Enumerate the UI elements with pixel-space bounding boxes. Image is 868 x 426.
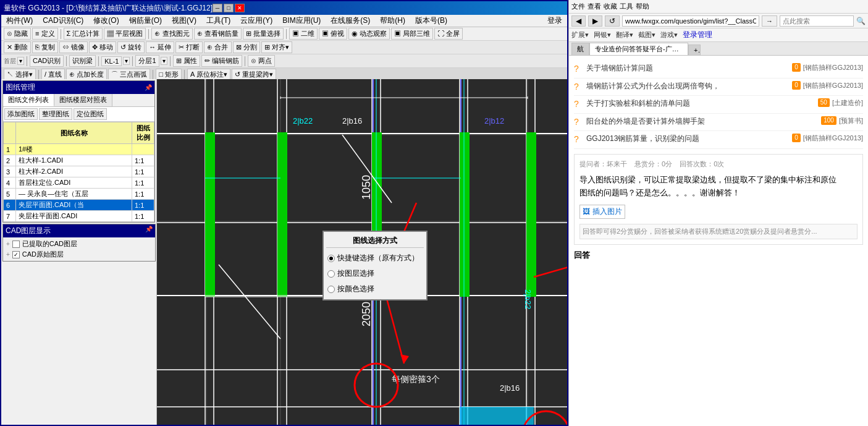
q-text-5[interactable]: GGJ2013钢筋算量，识别梁的问题 — [586, 134, 790, 144]
maximize-btn[interactable]: □ — [224, 4, 234, 12]
two-points-btn[interactable]: ⊙ 两点 — [248, 55, 275, 67]
drawing-tab-files[interactable]: 图纸文件列表 — [3, 94, 54, 106]
browser-menu-help[interactable]: 帮助 — [636, 2, 649, 11]
organize-drawing-btn[interactable]: 整理图纸 — [39, 108, 72, 120]
menu-bim[interactable]: BIM应用(U) — [280, 15, 323, 27]
radio-option-1[interactable]: 快捷键选择（原有方式） — [326, 250, 424, 266]
hide-btn[interactable]: ⊙ 隐藏 — [4, 28, 31, 40]
radio-label-3: 按颜色选择 — [337, 284, 374, 294]
align-btn[interactable]: ⊞ 对齐▾ — [261, 41, 292, 53]
q-text-3[interactable]: 关于打实验桩和斜桩的清单问题 — [586, 98, 815, 109]
back-btn[interactable]: ◀ — [571, 15, 586, 27]
table-row[interactable]: 6 夹层平面图.CADI（当 1:1 — [4, 200, 154, 211]
define-btn[interactable]: ≡ 定义 — [32, 28, 57, 40]
layer1-dropdown[interactable]: ▾ — [161, 57, 167, 65]
cad-id-btn[interactable]: CAD识别 — [30, 55, 64, 67]
drawing-panel-pin[interactable]: 📌 — [145, 84, 152, 91]
insert-image-btn[interactable]: 🖼 插入图片 — [579, 205, 625, 219]
table-row[interactable]: 7 夹层柱平面图.CADI 1:1 — [4, 211, 154, 222]
menu-help[interactable]: 帮助(H) — [377, 15, 408, 27]
add-drawing-btn[interactable]: 添加图纸 — [4, 108, 38, 120]
floor-dropdown[interactable]: ▾ — [17, 57, 24, 65]
kl1-dropdown[interactable]: ▾ — [123, 57, 130, 65]
view-rebar-btn[interactable]: ⊕ 查看钢筋量 — [194, 28, 242, 40]
radio-circle-3[interactable] — [327, 286, 335, 293]
bookmark-translate[interactable]: 翻译▾ — [616, 30, 633, 40]
layer-item-original[interactable]: + CAD原始图层 — [6, 249, 153, 260]
row-scale: 1:1 — [132, 200, 154, 211]
col-scale: 图纸比例 — [132, 122, 154, 144]
forward-btn[interactable]: ▶ — [588, 15, 602, 27]
close-btn[interactable]: ✕ — [235, 4, 245, 12]
menu-login[interactable]: 登录 — [545, 15, 565, 27]
menu-view[interactable]: 视图(V) — [169, 15, 199, 27]
view-2d-btn[interactable]: ▣ 二维 — [289, 28, 318, 40]
browser-menu-file[interactable]: 文件 — [571, 2, 585, 11]
refresh-btn[interactable]: ↺ — [605, 15, 620, 27]
extend-btn[interactable]: ↔ 延伸 — [146, 41, 174, 53]
property-btn[interactable]: ⊞ 属性 — [173, 55, 200, 67]
rotate-btn[interactable]: ↺ 旋转 — [117, 41, 145, 53]
browser-tab-main[interactable]: 专业造价问答答疑平台-广联达... — [589, 43, 688, 55]
fullscreen-btn[interactable]: ⛶ 全屏 — [434, 28, 463, 40]
menu-tool[interactable]: 工具(T) — [204, 15, 233, 27]
drawing-tab-floor[interactable]: 图纸楼层对照表 — [54, 94, 112, 106]
menu-version[interactable]: 版本号(B) — [413, 15, 450, 27]
local-3d-btn[interactable]: ▣ 局部三维 — [391, 28, 433, 40]
radio-option-3[interactable]: 按颜色选择 — [326, 281, 424, 297]
bookmark-game[interactable]: 游戏▾ — [660, 30, 678, 40]
table-row[interactable]: 4 首层柱定位.CADI 1:1 — [4, 177, 154, 189]
locate-drawing-btn[interactable]: 定位图纸 — [74, 108, 107, 120]
delete-btn[interactable]: ✕ 删除 — [4, 41, 31, 53]
cad-layer-pin[interactable]: 📌 — [145, 226, 153, 236]
browser-tab-nav[interactable]: 航 — [571, 43, 589, 55]
menu-rebar[interactable]: 钢筋量(O) — [127, 15, 164, 27]
table-row[interactable]: 1 1#楼 — [4, 144, 154, 155]
menu-cad-id[interactable]: CAD识别(C) — [40, 15, 86, 27]
menu-component[interactable]: 构件(W) — [4, 15, 35, 27]
table-row[interactable]: 2 柱大样-1.CADI 1:1 — [4, 155, 154, 166]
table-row[interactable]: 5 — 吴永良—住宅（五层 1:1 — [4, 189, 154, 200]
browser-menu-view[interactable]: 查看 — [588, 2, 601, 11]
layer1-btn[interactable]: 分层1 — [135, 55, 159, 67]
q-text-2[interactable]: 墙钢筋计算公式为什么会出现两倍弯钩， — [586, 81, 790, 92]
q-text-1[interactable]: 关于墙钢筋计算问题 — [586, 63, 790, 74]
kl1-btn[interactable]: KL-1 — [101, 56, 122, 66]
bookmark-netbank[interactable]: 网银▾ — [594, 30, 611, 40]
browser-tab-new[interactable]: + — [688, 45, 701, 55]
layer-item-extracted[interactable]: + 已提取的CAD图层 — [6, 239, 153, 249]
go-btn[interactable]: → — [762, 15, 777, 27]
layer-checkbox-extracted[interactable] — [12, 241, 20, 248]
login-link[interactable]: 登录管理 — [683, 30, 712, 40]
bookmark-expand[interactable]: 扩展▾ — [571, 30, 589, 40]
copy-btn[interactable]: ⎘ 复制 — [32, 41, 58, 53]
menu-cloud[interactable]: 云应用(Y) — [238, 15, 275, 27]
split-btn[interactable]: ⊠ 分割 — [233, 41, 260, 53]
cut-btn[interactable]: ✂ 打断 — [175, 41, 203, 53]
layer-checkbox-original[interactable] — [12, 251, 20, 258]
id-beam-btn[interactable]: 识别梁 — [69, 55, 96, 67]
menu-online[interactable]: 在线服务(S) — [328, 15, 373, 27]
radio-circle-2[interactable] — [327, 270, 335, 278]
edit-rebar-btn[interactable]: ✏ 编辑钢筋 — [201, 55, 242, 67]
view-top-btn[interactable]: ▣ 俯视 — [319, 28, 347, 40]
level-btn[interactable]: ▦ 平层视图 — [104, 28, 146, 40]
address-input[interactable] — [622, 15, 759, 27]
sum-btn[interactable]: Σ 汇总计算 — [64, 28, 103, 40]
table-row[interactable]: 3 柱大样-2.CADI 1:1 — [4, 166, 154, 177]
merge-btn[interactable]: ⊕ 合并 — [204, 41, 231, 53]
search-input[interactable] — [780, 15, 854, 27]
minimize-btn[interactable]: ─ — [213, 4, 222, 12]
batch-select-btn[interactable]: ⊞ 批量选择 — [243, 28, 284, 40]
mirror-btn[interactable]: ⇔ 镜像 — [59, 41, 88, 53]
q-text-4[interactable]: 阳台处的外墙是否要计算外墙脚手架 — [586, 116, 819, 127]
browser-menu-tool[interactable]: 工具 — [620, 2, 633, 11]
bookmark-screenshot[interactable]: 截图▾ — [638, 30, 655, 40]
find-drawing-btn[interactable]: ⊕ 查找图元 — [151, 28, 192, 40]
browser-menu-fav[interactable]: 收藏 — [604, 2, 617, 11]
radio-circle-1[interactable] — [327, 255, 335, 262]
menu-modify[interactable]: 修改(O) — [91, 15, 121, 27]
radio-option-2[interactable]: 按图层选择 — [326, 266, 424, 281]
move-btn[interactable]: ✥ 移动 — [89, 41, 116, 53]
dynamic-obs-btn[interactable]: ◉ 动态观察 — [348, 28, 390, 40]
